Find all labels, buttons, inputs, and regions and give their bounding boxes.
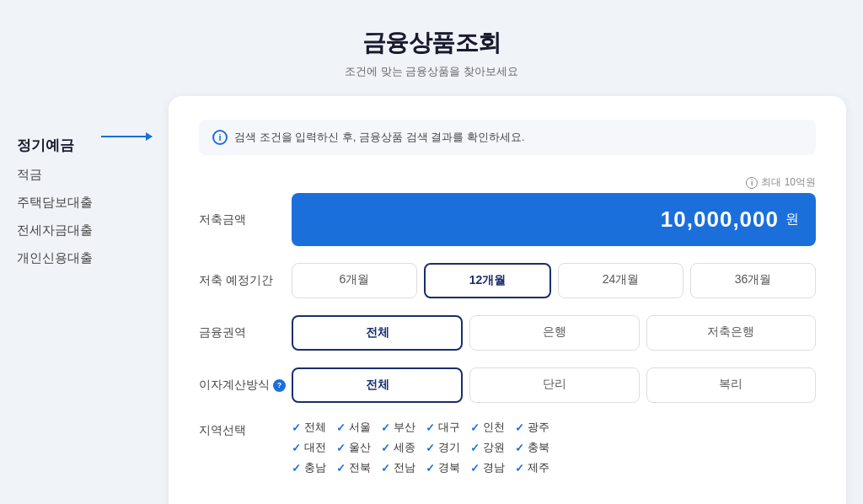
savings-amount-label: 저축금액 (199, 212, 292, 228)
region-gyeongbuk-label: 경북 (438, 460, 460, 475)
interest-type-options: 전체 단리 복리 (292, 367, 816, 403)
check-icon: ✓ (426, 442, 435, 454)
finance-type-options: 전체 은행 저축은행 (292, 315, 816, 351)
max-note: i 최대 10억원 (199, 175, 816, 190)
savings-amount-row: 저축금액 10,000,000 원 (199, 193, 816, 246)
region-gwangju[interactable]: ✓ 광주 (515, 420, 549, 435)
check-icon: ✓ (515, 421, 524, 434)
region-chungnam[interactable]: ✓ 충남 (292, 460, 326, 475)
region-sejong[interactable]: ✓ 세종 (381, 440, 415, 455)
check-icon: ✓ (336, 442, 346, 454)
savings-amount-unit: 원 (785, 211, 799, 228)
region-daegu-label: 대구 (438, 420, 460, 435)
region-gyeongnam[interactable]: ✓ 경남 (470, 460, 505, 475)
region-incheon[interactable]: ✓ 인천 (470, 420, 505, 435)
region-gyeonggi-label: 경기 (438, 440, 460, 455)
region-row: 지역선택 ✓ 전체 ✓ 서울 ✓ 부산 (199, 420, 816, 475)
interest-type-simple[interactable]: 단리 (469, 367, 639, 403)
finance-type-savings-bank[interactable]: 저축은행 (646, 315, 816, 351)
check-icon: ✓ (515, 442, 524, 454)
info-icon: i (212, 130, 228, 145)
interest-type-compound[interactable]: 복리 (646, 367, 816, 403)
check-icon: ✓ (470, 442, 480, 454)
check-icon: ✓ (381, 421, 390, 434)
period-36m[interactable]: 36개월 (690, 263, 816, 298)
sidebar-item-jeonse[interactable]: 전세자금대출 (17, 217, 135, 244)
finance-type-row: 금융권역 전체 은행 저축은행 (199, 315, 816, 351)
check-icon: ✓ (336, 421, 346, 434)
sidebar-item-mortgage[interactable]: 주택담보대출 (17, 189, 135, 217)
main-card: i 검색 조건을 입력하신 후, 금융상품 검색 결과를 확인하세요. i 최대… (169, 96, 846, 504)
region-gangwon[interactable]: ✓ 강원 (470, 440, 505, 455)
check-icon: ✓ (381, 462, 390, 475)
region-ulsan[interactable]: ✓ 울산 (336, 440, 371, 455)
period-12m[interactable]: 12개월 (424, 263, 551, 298)
interest-type-label: 이자계산방식 ? (199, 378, 292, 393)
region-daejeon-label: 대전 (304, 440, 326, 455)
info-banner-text: 검색 조건을 입력하신 후, 금융상품 검색 결과를 확인하세요. (234, 130, 525, 145)
max-note-icon: i (746, 177, 758, 189)
region-row-1: ✓ 전체 ✓ 서울 ✓ 부산 ✓ 대구 (292, 420, 816, 435)
region-seoul-label: 서울 (349, 420, 371, 435)
region-gwangju-label: 광주 (528, 420, 549, 435)
check-icon: ✓ (292, 462, 301, 475)
check-icon: ✓ (292, 442, 301, 454)
region-all[interactable]: ✓ 전체 (292, 420, 326, 435)
region-busan-label: 부산 (394, 420, 415, 435)
period-label: 저축 예정기간 (199, 273, 292, 288)
max-note-text: 최대 10억원 (761, 175, 816, 190)
region-chungbuk[interactable]: ✓ 충북 (515, 440, 549, 455)
savings-amount-field[interactable]: 10,000,000 원 (292, 193, 816, 246)
page-subtitle: 조건에 맞는 금융상품을 찾아보세요 (0, 64, 863, 79)
region-chungnam-label: 충남 (304, 460, 326, 475)
check-icon: ✓ (336, 462, 346, 475)
region-busan[interactable]: ✓ 부산 (381, 420, 415, 435)
region-jeonbuk-label: 전북 (349, 460, 371, 475)
sidebar-item-savings[interactable]: 적금 (17, 161, 135, 189)
check-icon: ✓ (426, 421, 435, 434)
region-gangwon-label: 강원 (483, 440, 505, 455)
region-seoul[interactable]: ✓ 서울 (336, 420, 371, 435)
region-grid: ✓ 전체 ✓ 서울 ✓ 부산 ✓ 대구 (292, 420, 816, 475)
region-ulsan-label: 울산 (349, 440, 371, 455)
sidebar-item-deposit[interactable]: 정기예금 (17, 130, 135, 161)
check-icon: ✓ (515, 462, 524, 475)
period-6m[interactable]: 6개월 (292, 263, 417, 298)
region-label: 지역선택 (199, 420, 292, 438)
page-title: 금융상품조회 (0, 27, 863, 59)
check-icon: ✓ (426, 462, 435, 475)
region-gyeongbuk[interactable]: ✓ 경북 (426, 460, 460, 475)
period-options: 6개월 12개월 24개월 36개월 (292, 263, 816, 298)
interest-type-row: 이자계산방식 ? 전체 단리 복리 (199, 367, 816, 403)
region-jeju[interactable]: ✓ 제주 (515, 460, 549, 475)
region-daejeon[interactable]: ✓ 대전 (292, 440, 326, 455)
region-jeju-label: 제주 (528, 460, 549, 475)
period-row: 저축 예정기간 6개월 12개월 24개월 36개월 (199, 263, 816, 298)
check-icon: ✓ (470, 421, 480, 434)
region-daegu[interactable]: ✓ 대구 (426, 420, 460, 435)
sidebar-arrow (101, 136, 152, 137)
region-jeonbuk[interactable]: ✓ 전북 (336, 460, 371, 475)
interest-type-all[interactable]: 전체 (292, 367, 463, 403)
region-jeonnam-label: 전남 (394, 460, 415, 475)
region-gyeonggi[interactable]: ✓ 경기 (426, 440, 460, 455)
region-row-2: ✓ 대전 ✓ 울산 ✓ 세종 ✓ 경기 (292, 440, 816, 455)
region-all-label: 전체 (304, 420, 326, 435)
region-chungbuk-label: 충북 (528, 440, 549, 455)
info-banner: i 검색 조건을 입력하신 후, 금융상품 검색 결과를 확인하세요. (199, 120, 816, 155)
region-row-3: ✓ 충남 ✓ 전북 ✓ 전남 ✓ 경북 (292, 460, 816, 475)
interest-type-label-text: 이자계산방식 (199, 378, 270, 393)
sidebar-item-personal[interactable]: 개인신용대출 (17, 244, 135, 272)
savings-amount-value: 10,000,000 (661, 206, 779, 233)
finance-type-bank[interactable]: 은행 (469, 315, 639, 351)
interest-type-label-wrap: 이자계산방식 ? (199, 378, 292, 393)
interest-type-tooltip-icon[interactable]: ? (273, 379, 286, 392)
check-icon: ✓ (292, 421, 301, 434)
finance-type-all[interactable]: 전체 (292, 315, 463, 351)
region-gyeongnam-label: 경남 (483, 460, 505, 475)
finance-type-label: 금융권역 (199, 325, 292, 340)
region-jeonnam[interactable]: ✓ 전남 (381, 460, 415, 475)
region-incheon-label: 인천 (483, 420, 505, 435)
period-24m[interactable]: 24개월 (558, 263, 683, 298)
check-icon: ✓ (381, 442, 390, 454)
